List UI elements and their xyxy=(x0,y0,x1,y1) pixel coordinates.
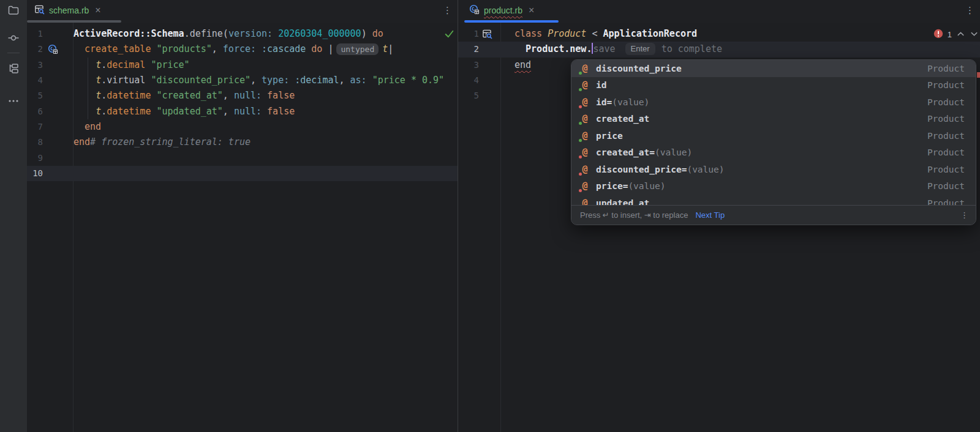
completion-popup: @discounted_priceProduct@idProduct@id=(v… xyxy=(571,59,976,225)
more-tool-windows-button[interactable] xyxy=(0,95,27,109)
line-number[interactable]: 4 xyxy=(27,73,43,88)
code-token: class xyxy=(514,28,548,39)
completion-item[interactable]: @id=(value)Product xyxy=(571,94,976,111)
line-number[interactable]: 2 xyxy=(27,42,43,57)
next-problem-icon[interactable] xyxy=(970,29,979,40)
line-number[interactable]: 7 xyxy=(27,119,43,135)
completion-item-origin: Product xyxy=(927,114,965,124)
completion-item[interactable]: @discounted_priceProduct xyxy=(571,60,976,77)
error-stripe-mark[interactable] xyxy=(977,72,980,78)
code-token: . xyxy=(101,106,107,117)
code-token: ) xyxy=(361,28,372,39)
line-number[interactable]: 1 xyxy=(27,26,43,42)
code-token: # frozen_string_literal: true xyxy=(90,136,251,147)
tab-schema-rb[interactable]: schema.rb × xyxy=(29,0,106,20)
code-token: :cascade xyxy=(262,43,311,54)
attribute-accessor-icon: @ xyxy=(579,80,590,91)
code-line[interactable]: 8end# frozen_string_literal: true xyxy=(27,135,458,150)
completion-more-icon[interactable]: ⋮ xyxy=(960,210,968,220)
line-number[interactable]: 5 xyxy=(27,88,43,103)
structure-tool-button[interactable] xyxy=(0,63,27,76)
previous-problem-icon[interactable] xyxy=(956,29,965,40)
completion-footer: Press ↵ to insert, ⇥ to replace Next Tip… xyxy=(571,205,976,225)
line-number[interactable]: 9 xyxy=(27,151,43,166)
completion-item-origin: Product xyxy=(927,147,965,157)
line-number[interactable]: 8 xyxy=(27,135,43,150)
code-token: Product xyxy=(548,28,586,39)
code-line[interactable]: 1class Product < ApplicationRecord xyxy=(458,26,980,42)
code-token: , xyxy=(339,75,350,86)
code-token: false xyxy=(267,90,295,101)
code-line[interactable]: 1ActiveRecord::Schema.define(version: 20… xyxy=(27,26,458,42)
folder-icon xyxy=(7,4,20,19)
completion-item-origin: Product xyxy=(927,198,965,205)
next-tip-link[interactable]: Next Tip xyxy=(695,210,725,220)
code-line[interactable]: 10 xyxy=(27,166,458,181)
code-line[interactable]: 4 t.virtual "discounted_price", type: :d… xyxy=(27,73,458,88)
model-table-icon[interactable] xyxy=(43,42,74,57)
editor-pane-left: schema.rb × ⋮ 1ActiveRecord::Schema.defi… xyxy=(27,0,458,432)
tab-options-icon[interactable]: ⋮ xyxy=(443,5,453,16)
attribute-accessor-icon: @ xyxy=(579,97,590,108)
code-line[interactable]: 9 xyxy=(27,151,458,166)
code-token: decimal xyxy=(107,59,151,70)
code-token: do xyxy=(311,43,322,54)
code-token: null: xyxy=(234,90,267,101)
line-number[interactable]: 10 xyxy=(27,166,43,181)
tab-product-rb[interactable]: product.rb × xyxy=(464,0,539,20)
code-token: as: xyxy=(350,75,372,86)
completion-item[interactable]: @created_at=(value)Product xyxy=(571,144,976,162)
code-line[interactable]: 2 create_table "products", force: :casca… xyxy=(27,42,458,57)
editor-schema-rb[interactable]: 1ActiveRecord::Schema.define(version: 20… xyxy=(27,23,458,432)
attribute-accessor-icon: @ xyxy=(579,198,590,205)
completion-item[interactable]: @priceProduct xyxy=(571,127,976,144)
split-divider[interactable] xyxy=(458,0,458,432)
line-number[interactable]: 4 xyxy=(458,73,479,88)
code-line[interactable]: 3 t.decimal "price" xyxy=(27,58,458,73)
commit-tool-button[interactable] xyxy=(0,32,27,46)
completion-footer-hint: Press ↵ to insert, ⇥ to replace xyxy=(580,210,688,220)
line-number[interactable]: 1 xyxy=(458,26,479,42)
close-tab-icon[interactable]: × xyxy=(95,6,100,15)
completion-item-label: id= xyxy=(596,97,612,107)
line-number[interactable]: 3 xyxy=(458,58,479,73)
completion-item[interactable]: @price=(value)Product xyxy=(571,178,976,195)
line-number[interactable]: 6 xyxy=(27,104,43,119)
code-line[interactable]: 6 t.datetime "updated_at", null: false xyxy=(27,104,458,119)
code-token: Product.new. xyxy=(526,43,592,54)
code-token: t xyxy=(96,90,101,101)
error-badge-icon xyxy=(933,29,943,40)
code-token xyxy=(74,43,85,54)
completion-item[interactable]: @idProduct xyxy=(571,77,976,94)
code-token: version: xyxy=(228,28,278,39)
code-line[interactable]: 7 end xyxy=(27,119,458,135)
table-search-icon[interactable] xyxy=(479,26,514,42)
close-tab-icon[interactable]: × xyxy=(529,6,534,15)
code-token: datetime xyxy=(107,90,156,101)
inlay-hint-untyped: untyped xyxy=(336,43,379,55)
completion-item[interactable]: @discounted_price=(value)Product xyxy=(571,161,976,178)
completion-item-label: updated_at xyxy=(596,198,649,205)
code-token: end xyxy=(74,136,90,147)
code-token: | xyxy=(388,43,393,54)
code-token: false xyxy=(267,106,295,117)
code-token: do xyxy=(372,28,383,39)
completion-item-label: id xyxy=(596,80,606,90)
line-number[interactable]: 2 xyxy=(458,42,479,57)
code-token: . xyxy=(101,75,107,86)
completion-item[interactable]: @updated_atProduct xyxy=(571,195,976,205)
ide-window: schema.rb × ⋮ 1ActiveRecord::Schema.defi… xyxy=(0,0,980,432)
code-token: :decimal xyxy=(295,75,339,86)
code-token: t xyxy=(96,106,101,117)
code-token: ApplicationRecord xyxy=(603,28,698,39)
line-number[interactable]: 3 xyxy=(27,58,43,73)
inspections-widget[interactable]: 1 xyxy=(933,29,979,40)
line-number[interactable]: 5 xyxy=(458,88,479,103)
code-line[interactable]: 5 t.datetime "created_at", null: false xyxy=(27,88,458,103)
project-tool-button[interactable] xyxy=(0,5,27,18)
code-token: "price" xyxy=(151,59,189,70)
tab-options-icon[interactable]: ⋮ xyxy=(965,5,975,16)
completion-item[interactable]: @created_atProduct xyxy=(571,111,976,128)
inspections-ok-icon[interactable] xyxy=(444,29,454,42)
code-line[interactable]: 2 Product.new.saveEnterto complete xyxy=(458,42,980,57)
